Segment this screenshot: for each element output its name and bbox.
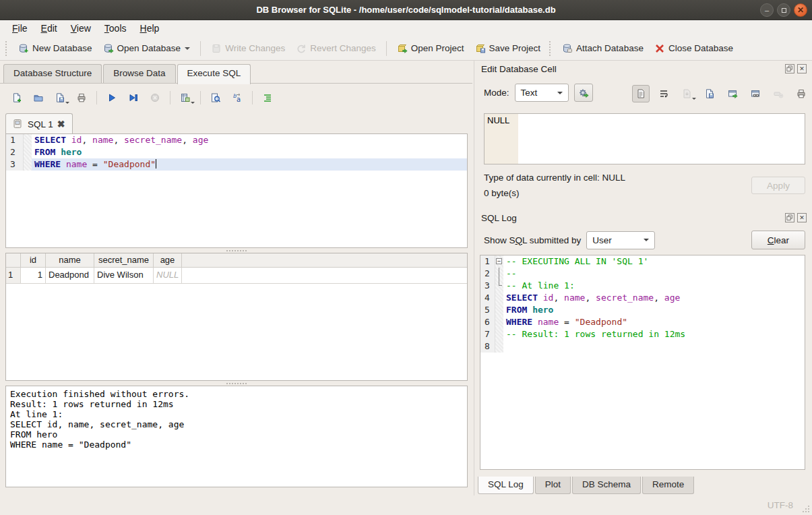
format-icon bbox=[262, 92, 273, 103]
column-header-secret_name[interactable]: secret_name bbox=[94, 253, 154, 267]
win-arrow-icon bbox=[727, 88, 738, 99]
main-tab-bar: Database StructureBrowse DataExecute SQL bbox=[3, 64, 252, 84]
clear-log-button[interactable]: Clear bbox=[751, 231, 805, 249]
execute-all-button[interactable] bbox=[103, 89, 121, 107]
dock-tab-bar: SQL LogPlotDB SchemaRemote bbox=[478, 477, 695, 494]
close-button[interactable]: ✕ bbox=[794, 3, 807, 17]
cell-type-info: Type of data currently in cell: NULL bbox=[484, 173, 625, 183]
menu-view[interactable]: View bbox=[64, 22, 98, 35]
mode-select[interactable]: Text bbox=[515, 84, 569, 102]
fold-margin bbox=[495, 340, 503, 353]
dock-tab-remote[interactable]: Remote bbox=[642, 477, 694, 494]
tab-execute-sql[interactable]: Execute SQL bbox=[177, 64, 251, 84]
attach-database-button[interactable]: Attach Database bbox=[557, 40, 648, 57]
table-cell[interactable]: Deadpond bbox=[46, 268, 94, 283]
find-replace-button[interactable]: ba bbox=[228, 89, 246, 107]
chevron-down-icon[interactable] bbox=[65, 102, 69, 106]
revert-changes-icon bbox=[296, 43, 307, 54]
open-project-button[interactable]: Open Project bbox=[392, 40, 469, 57]
write-changes-button[interactable]: Write Changes bbox=[206, 40, 290, 57]
cell-editor[interactable]: NULL bbox=[484, 113, 805, 164]
chevron-down-icon[interactable] bbox=[191, 102, 195, 106]
line-number: 6 bbox=[480, 316, 495, 328]
menu-help[interactable]: Help bbox=[133, 22, 166, 35]
code-text: SELECT id, name, secret_name, age bbox=[32, 134, 467, 146]
text-mode-button[interactable] bbox=[632, 85, 650, 102]
sql-log-view[interactable]: 1−-- EXECUTING ALL IN 'SQL 1'2--3-- At l… bbox=[480, 255, 805, 470]
export-cell-button[interactable] bbox=[701, 85, 718, 102]
float-panel-icon[interactable] bbox=[785, 64, 794, 73]
table-cell[interactable]: 1 bbox=[21, 268, 46, 283]
corner-header[interactable] bbox=[6, 253, 21, 267]
dock-tab-plot[interactable]: Plot bbox=[535, 477, 571, 494]
resize-grip[interactable] bbox=[802, 505, 810, 513]
fold-marker-icon bbox=[495, 268, 503, 280]
menu-file[interactable]: File bbox=[5, 22, 34, 35]
table-cell[interactable]: Dive Wilson bbox=[94, 268, 154, 283]
find-icon bbox=[210, 92, 221, 103]
code-text: -- bbox=[503, 268, 805, 280]
chevron-down-icon[interactable] bbox=[692, 98, 696, 102]
status-bar: UTF-8 bbox=[0, 495, 812, 515]
export-results-button[interactable] bbox=[177, 89, 194, 107]
print-cell-button[interactable] bbox=[792, 85, 810, 102]
close-database-button[interactable]: Close Database bbox=[650, 40, 738, 57]
text-cursor bbox=[156, 159, 156, 169]
menu-tools[interactable]: Tools bbox=[98, 22, 133, 35]
code-text: -- At line 1: bbox=[503, 280, 805, 292]
open-sql-file-button[interactable] bbox=[30, 89, 47, 107]
find-button[interactable] bbox=[207, 89, 224, 107]
toolbar-grip[interactable] bbox=[549, 41, 553, 56]
cell-text-area[interactable] bbox=[518, 114, 805, 164]
column-header-age[interactable]: age bbox=[154, 253, 182, 267]
open-external-button[interactable] bbox=[724, 85, 741, 102]
log-filter-select[interactable]: User bbox=[586, 231, 655, 249]
import-cell-button[interactable] bbox=[678, 85, 695, 102]
execute-line-button[interactable] bbox=[125, 89, 142, 107]
print-sql-button[interactable] bbox=[73, 89, 90, 107]
new-sql-tab-button[interactable] bbox=[8, 89, 26, 107]
minimize-button[interactable]: – bbox=[760, 3, 774, 17]
dock-tab-sql-log[interactable]: SQL Log bbox=[478, 477, 534, 494]
stop-execution-button[interactable] bbox=[146, 89, 164, 107]
dock-tab-db-schema[interactable]: DB Schema bbox=[572, 477, 641, 494]
chevron-down-icon bbox=[557, 92, 563, 97]
line-number: 1 bbox=[6, 134, 24, 146]
new-database-button[interactable]: New Database bbox=[13, 40, 97, 57]
export-csv-icon bbox=[180, 92, 191, 103]
float-panel-icon[interactable] bbox=[785, 213, 794, 222]
save-sql-file-button[interactable] bbox=[51, 89, 69, 107]
splitter-results-message[interactable] bbox=[5, 381, 468, 386]
close-panel-icon[interactable]: ✕ bbox=[797, 64, 807, 73]
code-line: 1SELECT id, name, secret_name, age bbox=[6, 134, 467, 146]
apply-button[interactable]: Apply bbox=[751, 177, 805, 194]
tab-browse-data[interactable]: Browse Data bbox=[103, 64, 175, 83]
db-attach-icon bbox=[562, 43, 573, 54]
maximize-button[interactable] bbox=[777, 3, 790, 17]
tab-sql-1[interactable]: SQL 1 ✖ bbox=[5, 113, 73, 134]
apply-settings-button[interactable] bbox=[574, 84, 593, 102]
open-database-button[interactable]: Open Database bbox=[98, 40, 195, 57]
format-sql-button[interactable] bbox=[259, 89, 276, 107]
column-header-id[interactable]: id bbox=[21, 253, 46, 267]
toolbar-grip[interactable] bbox=[5, 41, 9, 56]
sql-editor[interactable]: 1SELECT id, name, secret_name, age2FROM … bbox=[5, 133, 468, 248]
word-wrap-button[interactable] bbox=[655, 85, 673, 102]
column-header-name[interactable]: name bbox=[46, 253, 94, 267]
tab-database-structure[interactable]: Database Structure bbox=[3, 64, 102, 83]
row-header[interactable]: 1 bbox=[6, 268, 21, 283]
table-cell[interactable]: NULL bbox=[154, 268, 182, 283]
chevron-down-icon[interactable] bbox=[185, 47, 190, 53]
copy-link-button[interactable] bbox=[747, 85, 764, 102]
close-tab-icon[interactable]: ✖ bbox=[57, 119, 65, 129]
fold-marker-icon[interactable]: − bbox=[495, 255, 503, 268]
table-row[interactable]: 11DeadpondDive WilsonNULL bbox=[6, 268, 467, 284]
close-panel-icon[interactable]: ✕ bbox=[797, 213, 807, 222]
menu-edit[interactable]: Edit bbox=[34, 22, 64, 35]
results-table[interactable]: idnamesecret_nameage11DeadpondDive Wilso… bbox=[5, 253, 468, 381]
save-project-button[interactable]: Save Project bbox=[470, 40, 546, 57]
set-null-button[interactable] bbox=[770, 85, 787, 102]
splitter-editor-results[interactable] bbox=[5, 248, 468, 253]
revert-changes-button[interactable]: Revert Changes bbox=[291, 40, 381, 57]
code-line: 8 bbox=[480, 340, 805, 353]
